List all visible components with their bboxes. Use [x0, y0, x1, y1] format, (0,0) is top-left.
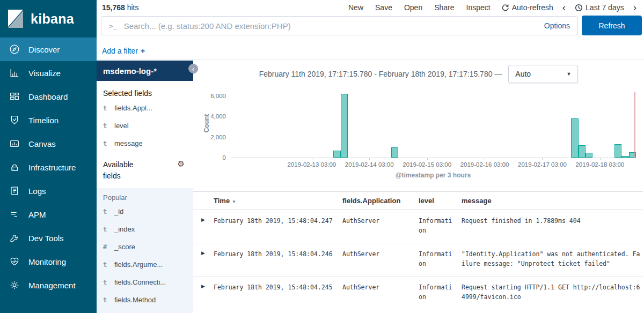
field-item-message[interactable]: tmessage	[97, 135, 193, 152]
collapse-fields-panel-button[interactable]: ‹	[188, 64, 198, 73]
expand-row-caret-icon[interactable]: ▶	[193, 210, 214, 243]
histogram-bar[interactable]	[614, 144, 621, 158]
plus-icon[interactable]: +	[141, 47, 145, 55]
sidebar-item-discover[interactable]: Discover	[0, 38, 97, 61]
hits-count: 15,768	[102, 3, 125, 12]
histogram-bar[interactable]	[333, 151, 340, 158]
field-type-icon: t	[103, 140, 109, 147]
field-item-fieldsargume[interactable]: tfields.Argume...	[97, 256, 193, 273]
menu-item-open[interactable]: Open	[398, 2, 428, 13]
x-tick-label: 2019-02-18 03:00	[575, 161, 624, 168]
index-pattern-name: msdemo-log-*	[103, 66, 157, 76]
menu-item-new[interactable]: New	[342, 2, 369, 13]
histogram-bar[interactable]	[341, 94, 348, 158]
histogram-bar[interactable]	[586, 153, 592, 158]
field-name: _score	[114, 243, 135, 251]
expand-row-caret-icon[interactable]: ▶	[193, 276, 214, 309]
column-header-level[interactable]: level	[419, 192, 462, 210]
time-next-button[interactable]: ›	[629, 4, 641, 11]
table-header-row: Time▼fields.Applicationlevelmessage	[193, 192, 643, 210]
sidebar-item-dev-tools[interactable]: Dev Tools	[0, 226, 97, 250]
table-row: ▶February 18th 2019, 15:48:04.245AuthSer…	[193, 309, 643, 313]
clock-icon	[575, 4, 583, 12]
search-input[interactable]	[123, 21, 544, 31]
sidebar-item-label: Canvas	[28, 139, 56, 148]
auto-refresh-label: Auto-refresh	[512, 3, 553, 12]
field-item-_index[interactable]: t_index	[97, 220, 193, 238]
column-header-label: level	[419, 197, 434, 205]
menu-item-inspect[interactable]: Inspect	[460, 2, 496, 13]
add-filter-link[interactable]: Add a filter	[102, 47, 138, 55]
search-prompt-icon: >_	[101, 22, 123, 30]
hits-readout: 15,768 hits	[102, 3, 139, 12]
field-item-_id[interactable]: t_id	[97, 203, 193, 220]
sidebar-item-apm[interactable]: APM	[0, 203, 97, 226]
index-pattern-selector[interactable]: msdemo-log-*	[97, 61, 193, 81]
options-link[interactable]: Options	[544, 21, 577, 30]
cell-application: AuthServer	[342, 210, 419, 243]
field-item-level[interactable]: tlevel	[97, 117, 193, 135]
y-tick-label: 0	[223, 154, 226, 161]
selected-fields-title: Selected fields	[97, 81, 193, 99]
interval-select[interactable]: Auto ▼	[508, 65, 578, 83]
histogram-bar[interactable]	[391, 147, 398, 158]
sidebar-item-label: Logs	[28, 187, 46, 196]
cell-message: "Identity.Application" was not authentic…	[462, 309, 643, 313]
histogram-bar[interactable]	[579, 145, 586, 158]
cell-time: February 18th 2019, 15:48:04.246	[214, 243, 342, 276]
search-box: >_ Options	[101, 16, 578, 35]
field-settings-gear-icon[interactable]: ⚙	[178, 159, 185, 169]
kibana-logo-text: kibana	[31, 11, 74, 27]
column-header-time[interactable]: Time▼	[214, 192, 342, 210]
histogram-bar[interactable]	[621, 156, 628, 158]
histogram-bar[interactable]	[571, 118, 578, 158]
sidebar-item-label: Infrastructure	[28, 163, 76, 172]
interval-selected-value: Auto	[515, 70, 531, 78]
bar-chart-icon	[9, 67, 20, 79]
sidebar-item-canvas[interactable]: Canvas	[0, 132, 97, 155]
cell-time: February 18th 2019, 15:48:04.245	[214, 276, 342, 309]
field-item-fieldsconnecti[interactable]: tfields.Connecti...	[97, 273, 193, 291]
sidebar-item-monitoring[interactable]: Monitoring	[0, 250, 97, 273]
field-item-_score[interactable]: #_score	[97, 238, 193, 256]
x-axis-label: @timestamp per 3 hours	[396, 172, 471, 179]
auto-refresh-button[interactable]: Auto-refresh	[496, 2, 558, 13]
expand-row-caret-icon[interactable]: ▶	[193, 243, 214, 276]
x-tick-label: 2019-02-14 03:00	[345, 161, 394, 168]
sidebar-item-infrastructure[interactable]: Infrastructure	[0, 155, 97, 179]
time-range-button[interactable]: Last 7 days	[570, 2, 629, 13]
table-row: ▶February 18th 2019, 15:48:04.246AuthSer…	[193, 243, 643, 276]
selected-fields-list: tfields.Appl...tleveltmessage	[97, 99, 193, 152]
column-header-label: message	[462, 197, 492, 205]
x-tick-label: 2019-02-15 03:00	[402, 161, 451, 168]
time-prev-button[interactable]: ‹	[558, 4, 570, 11]
sidebar-item-logs[interactable]: Logs	[0, 179, 97, 203]
field-type-icon: t	[103, 226, 109, 233]
documents-table: Time▼fields.Applicationlevelmessage ▶Feb…	[193, 191, 643, 313]
refresh-button[interactable]: Refresh	[582, 16, 642, 35]
apm-lines-icon	[9, 208, 20, 220]
column-header-message[interactable]: message	[462, 192, 643, 210]
column-header-fields-application[interactable]: fields.Application	[342, 192, 419, 210]
x-tick-mark	[542, 158, 543, 160]
menu-item-save[interactable]: Save	[369, 2, 398, 13]
expand-row-caret-icon[interactable]: ▶	[193, 309, 214, 313]
field-item-fieldsrequest[interactable]: tfields.Request...	[97, 309, 193, 313]
sidebar-item-label: APM	[28, 210, 46, 219]
field-item-fieldsmethod[interactable]: tfields.Method	[97, 291, 193, 309]
sidebar-item-dashboard[interactable]: Dashboard	[0, 85, 97, 108]
top-menu-items: NewSaveOpenShareInspect	[342, 2, 496, 13]
sidebar-item-management[interactable]: Management	[0, 273, 97, 297]
x-tick-mark	[427, 158, 428, 160]
x-tick-mark	[369, 158, 370, 160]
field-item-fieldsappl[interactable]: tfields.Appl...	[97, 99, 193, 117]
sidebar-item-visualize[interactable]: Visualize	[0, 61, 97, 85]
kibana-logo-block[interactable]: kibana	[0, 0, 97, 38]
sidebar-item-timelion[interactable]: Timelion	[0, 108, 97, 132]
cell-level: Information	[419, 309, 462, 313]
available-fields-header: Available fields ⚙	[97, 152, 193, 185]
logs-scroll-icon	[9, 185, 20, 197]
heartbeat-icon	[9, 256, 20, 267]
menu-item-share[interactable]: Share	[428, 2, 460, 13]
field-name: fields.Argume...	[114, 260, 163, 269]
